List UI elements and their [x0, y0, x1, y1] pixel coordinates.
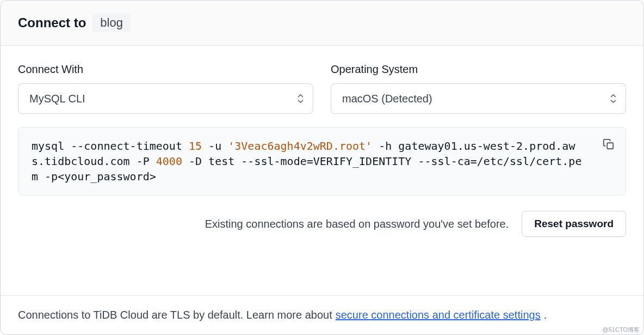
footer-text-prefix: Connections to TiDB Cloud are TLS by def… [18, 309, 332, 321]
cmd-part: mysql --connect-timeout [32, 139, 189, 153]
connect-dialog: Connect to blog Connect With MySQL CLI [0, 0, 644, 335]
cmd-timeout: 15 [189, 139, 202, 153]
cmd-port: 4000 [156, 155, 182, 168]
connect-with-value: MySQL CLI [29, 93, 85, 105]
dialog-footer: Connections to TiDB Cloud are TLS by def… [1, 295, 643, 334]
password-row: Existing connections are based on passwo… [18, 211, 626, 237]
svg-rect-0 [607, 143, 613, 149]
os-label: Operating System [331, 63, 626, 76]
connect-with-label: Connect With [18, 63, 313, 76]
copy-icon [603, 144, 615, 152]
reset-password-button[interactable]: Reset password [522, 211, 626, 237]
dialog-body: Connect With MySQL CLI Operating System … [1, 46, 643, 295]
cluster-name-badge: blog [92, 14, 131, 32]
os-group: Operating System macOS (Detected) [331, 63, 626, 114]
connect-with-group: Connect With MySQL CLI [18, 63, 313, 114]
cmd-part: -u [202, 139, 228, 153]
connect-with-select[interactable]: MySQL CLI [18, 83, 313, 114]
os-select[interactable]: macOS (Detected) [331, 83, 626, 114]
watermark: @51CTO博客 [603, 326, 640, 334]
dialog-title: Connect to [18, 15, 86, 31]
cmd-user: '3Veac6agh4v2wRD.root' [228, 139, 372, 153]
dialog-header: Connect to blog [1, 1, 643, 46]
tls-docs-link[interactable]: secure connections and certificate setti… [336, 309, 541, 321]
connect-with-select-wrapper: MySQL CLI [18, 83, 313, 114]
copy-button[interactable] [600, 136, 617, 154]
connection-command: mysql --connect-timeout 15 -u '3Veac6agh… [18, 127, 626, 196]
password-hint: Existing connections are based on passwo… [205, 218, 509, 230]
os-select-wrapper: macOS (Detected) [331, 83, 626, 114]
spacer [18, 248, 626, 284]
footer-text-suffix: . [544, 309, 547, 321]
form-row: Connect With MySQL CLI Operating System … [18, 63, 626, 114]
os-value: macOS (Detected) [342, 93, 432, 105]
dialog-title-row: Connect to blog [18, 14, 626, 32]
